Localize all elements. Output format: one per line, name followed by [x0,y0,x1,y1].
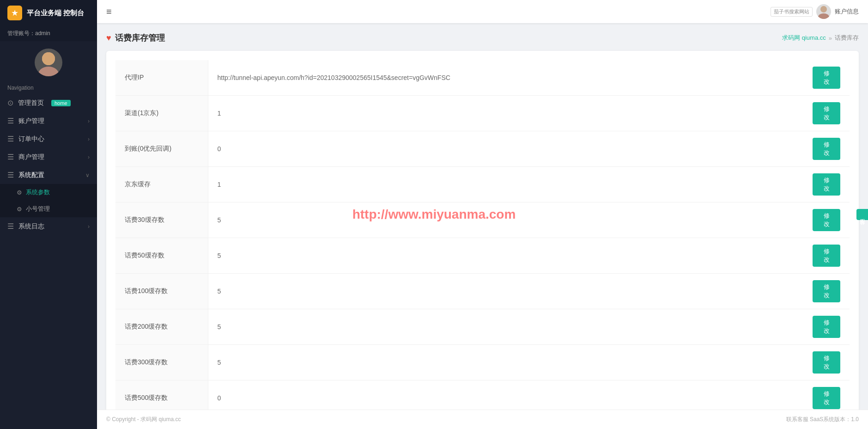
sidebar-item-syslog-label: 系统日志 [18,222,44,231]
sidebar-item-account-label: 账户管理 [18,117,44,125]
chevron-right-icon4: › [88,223,90,230]
breadcrumb-separator: » [829,35,832,42]
config-action-4: 修改 [803,202,850,238]
config-table-body: 代理IP http://tunnel-api.apeyun.com/h?id=2… [115,60,850,410]
svg-point-1 [38,67,59,76]
page-title: 话费库存管理 [115,32,165,43]
modify-button-0[interactable]: 修改 [813,67,840,89]
table-row: 到账(0优先回调) 0 修改 [115,131,850,167]
modify-button-9[interactable]: 修改 [813,387,840,409]
config-value-5: 5 [208,238,803,274]
user-avatar-small [816,4,831,19]
config-value-2: 0 [208,131,803,167]
table-row: 京东缓存 1 修改 [115,167,850,202]
chevron-right-icon2: › [88,136,90,142]
sidebar-item-account[interactable]: ☰ 账户管理 › [0,112,97,130]
modify-button-8[interactable]: 修改 [813,351,840,374]
sidebar-item-order-label: 订单中心 [18,135,44,143]
sidebar-item-syslog[interactable]: ☰ 系统日志 › [0,217,97,235]
sidebar-logo: ★ [7,6,22,20]
config-value-7: 5 [208,309,803,345]
table-row: 渠道(1京东) 1 修改 [115,96,850,131]
nav-section-label: Navigation [0,80,97,94]
config-action-5: 修改 [803,238,850,274]
merchant-icon: ☰ [7,153,14,161]
avatar [35,49,62,76]
config-label-1: 渠道(1京东) [115,96,208,131]
table-row: 话费30缓存数 5 修改 [115,202,850,238]
content-area: ♥ 话费库存管理 求码网 qiuma.cc » 话费库存 代理IP http:/… [97,23,868,410]
config-action-2: 修改 [803,131,850,167]
modify-button-7[interactable]: 修改 [813,316,840,338]
sidebar-admin-label: 管理账号：admin [0,26,97,41]
modify-button-4[interactable]: 修改 [813,209,840,231]
footer-copyright: © Copyright - 求码网 qiuma.cc [106,416,181,423]
sidebar-header: ★ 平台业务端 控制台 [0,0,97,26]
sidebar-item-order[interactable]: ☰ 订单中心 › [0,130,97,148]
modify-button-2[interactable]: 修改 [813,138,840,160]
chevron-right-icon3: › [88,154,90,160]
svg-point-3 [820,6,827,12]
config-label-3: 京东缓存 [115,167,208,202]
sidebar-subitem-subaccount[interactable]: ⚙ 小号管理 [0,201,97,217]
config-action-3: 修改 [803,167,850,202]
config-label-5: 话费50缓存数 [115,238,208,274]
gear-icon2: ⚙ [17,206,22,213]
config-action-1: 修改 [803,96,850,131]
sidebar-item-merchant[interactable]: ☰ 商户管理 › [0,148,97,166]
svg-point-4 [818,13,829,19]
sidebar-avatar-area [0,41,97,80]
config-action-6: 修改 [803,274,850,309]
sidebar-title: 平台业务端 控制台 [27,9,84,18]
breadcrumb-bar: ♥ 话费库存管理 求码网 qiuma.cc » 话费库存 [106,32,859,43]
breadcrumb-current: 话费库存 [835,34,859,42]
table-row: 话费500缓存数 0 修改 [115,380,850,410]
table-row: 话费100缓存数 5 修改 [115,274,850,309]
config-value-8: 5 [208,345,803,380]
sidebar-item-home[interactable]: ⊙ 管理首页 home [0,94,97,112]
modify-button-1[interactable]: 修改 [813,102,840,124]
config-value-9: 0 [208,380,803,410]
breadcrumb-home-link[interactable]: 求码网 qiuma.cc [782,34,826,42]
footer: © Copyright - 求码网 qiuma.cc 联系客服 SaaS系统版本… [97,410,868,429]
sidebar-subitem-sysparams[interactable]: ⚙ 系统参数 [0,184,97,201]
home-icon: ⊙ [7,98,13,107]
config-label-2: 到账(0优先回调) [115,131,208,167]
heart-icon: ♥ [106,33,111,43]
chevron-right-icon: › [88,118,90,124]
page-heading: ♥ 话费库存管理 [106,32,165,43]
modify-button-5[interactable]: 修改 [813,245,840,267]
config-action-7: 修改 [803,309,850,345]
chevron-down-icon: ∨ [85,172,90,178]
modify-button-3[interactable]: 修改 [813,173,840,196]
config-label-6: 话费100缓存数 [115,274,208,309]
order-icon: ☰ [7,135,14,143]
sidebar-item-sysconfig[interactable]: ☰ 系统配置 ∨ [0,166,97,184]
sysconfig-submenu: ⚙ 系统参数 ⚙ 小号管理 [0,184,97,217]
menu-toggle-button[interactable]: ≡ [106,6,112,17]
breadcrumb: 求码网 qiuma.cc » 话费库存 [782,34,859,42]
config-action-0: 修改 [803,60,850,96]
config-label-7: 话费200缓存数 [115,309,208,345]
config-action-9: 修改 [803,380,850,410]
config-label-9: 话费500缓存数 [115,380,208,410]
config-card: 代理IP http://tunnel-api.apeyun.com/h?id=2… [106,51,859,410]
topbar-right: 茄子书搜索网站 账户信息 [771,4,859,19]
site-badge: 茄子书搜索网站 [771,7,813,17]
user-info-button[interactable]: 账户信息 [835,7,859,16]
account-icon: ☰ [7,116,14,125]
config-label-0: 代理IP [115,60,208,96]
config-value-3: 1 [208,167,803,202]
table-row: 话费200缓存数 5 修改 [115,309,850,345]
main-area: ≡ 茄子书搜索网站 账户信息 ♥ 话费库存管理 求码网 qiuma.cc » [97,0,868,429]
sysconfig-icon: ☰ [7,171,14,179]
config-action-8: 修改 [803,345,850,380]
config-value-1: 1 [208,96,803,131]
right-edge-tab[interactable]: 客服 [856,209,868,220]
modify-button-6[interactable]: 修改 [813,280,840,302]
config-label-8: 话费300缓存数 [115,345,208,380]
config-value-6: 5 [208,274,803,309]
footer-right: 联系客服 SaaS系统版本：1.0 [786,416,859,423]
sidebar: ★ 平台业务端 控制台 管理账号：admin Navigation ⊙ 管理首页… [0,0,97,429]
sidebar-item-merchant-label: 商户管理 [18,153,44,161]
